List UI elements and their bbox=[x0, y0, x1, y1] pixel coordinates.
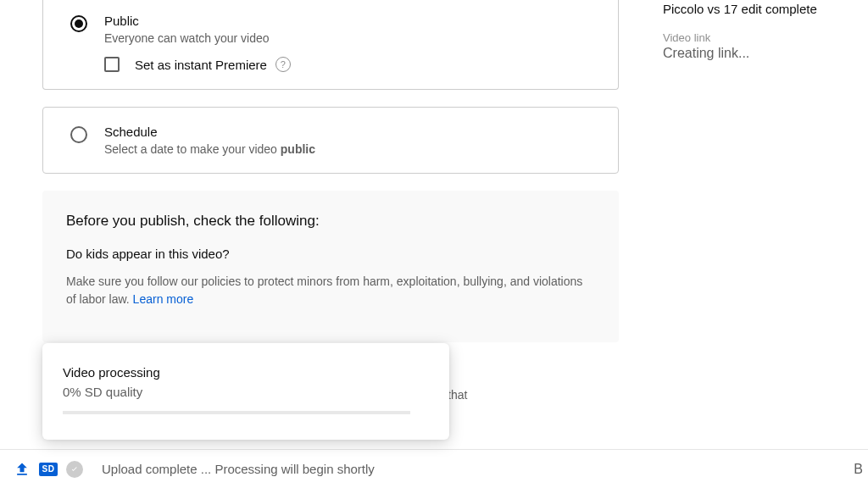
progress-bar bbox=[63, 411, 410, 414]
check-circle-icon bbox=[66, 461, 83, 478]
sd-badge-icon: SD bbox=[39, 463, 58, 476]
footer-bar: SD Upload complete ... Processing will b… bbox=[0, 449, 868, 488]
schedule-option-card[interactable]: Schedule Select a date to make your vide… bbox=[42, 107, 619, 174]
schedule-desc-bold: public bbox=[281, 142, 315, 156]
video-link-value: Creating link... bbox=[663, 46, 868, 61]
footer-right-char: B bbox=[854, 462, 863, 477]
learn-more-link[interactable]: Learn more bbox=[133, 292, 194, 306]
kids-description: Make sure you follow our policies to pro… bbox=[66, 273, 595, 308]
main-content: Public Everyone can watch your video Set… bbox=[42, 0, 619, 342]
side-panel: Piccolo vs 17 edit complete Video link C… bbox=[648, 0, 868, 61]
checks-heading: Before you publish, check the following: bbox=[66, 213, 595, 230]
processing-status: 0% SD quality bbox=[63, 385, 429, 399]
public-description: Everyone can watch your video bbox=[104, 31, 270, 45]
kids-question: Do kids appear in this video? bbox=[66, 247, 595, 261]
radio-selected-icon bbox=[70, 15, 87, 32]
public-text: Public Everyone can watch your video bbox=[104, 14, 270, 45]
schedule-text: Schedule Select a date to make your vide… bbox=[104, 125, 315, 156]
schedule-description: Select a date to make your video public bbox=[104, 142, 315, 156]
processing-title: Video processing bbox=[63, 365, 429, 380]
public-option-card: Public Everyone can watch your video Set… bbox=[42, 0, 619, 90]
footer-status: Upload complete ... Processing will begi… bbox=[102, 462, 375, 476]
video-link-label: Video link bbox=[663, 31, 868, 44]
video-title: Piccolo vs 17 edit complete bbox=[663, 2, 868, 16]
schedule-desc-prefix: Select a date to make your video bbox=[104, 142, 281, 156]
schedule-label: Schedule bbox=[104, 125, 315, 139]
premiere-label: Set as instant Premiere bbox=[135, 58, 267, 72]
checks-section: Before you publish, check the following:… bbox=[42, 191, 619, 342]
radio-unselected-icon[interactable] bbox=[70, 126, 87, 143]
premiere-row[interactable]: Set as instant Premiere ? bbox=[43, 53, 618, 89]
help-icon[interactable]: ? bbox=[275, 57, 291, 72]
sd-badge-text: SD bbox=[39, 463, 58, 476]
partially-hidden-text: that bbox=[448, 388, 467, 402]
checkbox-unchecked-icon[interactable] bbox=[104, 57, 120, 72]
processing-tooltip: Video processing 0% SD quality bbox=[42, 343, 449, 440]
upload-icon bbox=[14, 461, 31, 478]
public-radio-row[interactable]: Public Everyone can watch your video bbox=[43, 0, 618, 53]
public-label: Public bbox=[104, 14, 270, 28]
